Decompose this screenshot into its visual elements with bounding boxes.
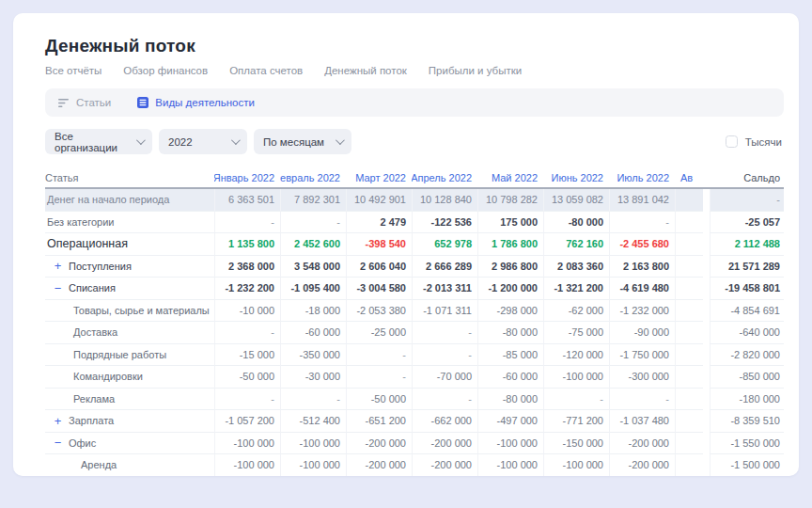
cell-value: -1 232 200 — [225, 282, 274, 294]
report-tab-4[interactable]: Денежный поток — [324, 65, 407, 76]
cell-value: -651 200 — [366, 415, 406, 426]
column-header-month-7[interactable]: Июль 2022 — [609, 167, 675, 187]
cell-value: -350 000 — [300, 349, 340, 360]
row-name-cell: Без категории — [45, 212, 214, 234]
gap — [703, 410, 710, 433]
table-row[interactable]: Доставка--60 000-25 000--80 000-75 000-9… — [45, 322, 784, 344]
column-header-month-6[interactable]: Июнь 2022 — [543, 167, 609, 187]
tab-activity-types[interactable]: Виды деятельности — [137, 97, 255, 108]
expand-plus-icon[interactable]: + — [53, 259, 63, 273]
row-name-cell: −Офис — [45, 433, 214, 455]
table-row[interactable]: Операционная1 135 8002 452 600-398 54065… — [45, 233, 784, 256]
value-cell: -512 400 — [280, 410, 346, 433]
cell-value: -25 057 — [745, 216, 780, 228]
table-row[interactable]: +Зарплата-1 057 200-512 400-651 200-662 … — [45, 410, 784, 433]
organization-select[interactable]: Все организации — [45, 129, 152, 154]
cell-value: -662 000 — [431, 415, 472, 426]
cell-value: 2 368 000 — [228, 261, 274, 272]
value-cell: -4 619 480 — [609, 278, 675, 300]
value-cell: -200 000 — [609, 454, 675, 476]
cell-value: -298 000 — [497, 305, 538, 316]
thousands-checkbox[interactable] — [726, 135, 738, 148]
cell-value: 2 606 040 — [360, 261, 406, 272]
value-cell: -2 013 311 — [412, 278, 477, 300]
value-cell: 13 891 042 — [609, 189, 675, 212]
value-cell: -651 200 — [346, 410, 412, 433]
gap — [703, 366, 710, 389]
table-row[interactable]: Аренда-100 000-100 000-200 000-200 000-1… — [45, 454, 784, 476]
saldo-cell: 21 571 289 — [710, 256, 784, 278]
value-cell — [675, 189, 703, 212]
column-header-month-3[interactable]: Март 2022 — [346, 167, 412, 187]
value-cell: -200 000 — [609, 433, 675, 455]
column-header-month-2[interactable]: Февраль 2022 — [280, 167, 346, 187]
value-cell: -15 000 — [214, 344, 280, 367]
saldo-cell: 2 112 488 — [710, 233, 784, 256]
gap — [703, 433, 710, 455]
table-row[interactable]: +Поступления2 368 0003 548 0002 606 0402… — [45, 256, 784, 278]
period-select-value: По месяцам — [263, 136, 324, 148]
expand-plus-icon[interactable]: + — [53, 414, 63, 428]
cell-value: - — [336, 393, 340, 405]
cell-value: -3 004 580 — [356, 282, 406, 294]
value-cell: -200 000 — [346, 433, 412, 455]
report-tab-1[interactable]: Все отчёты — [45, 65, 102, 76]
value-cell: -2 053 380 — [346, 300, 412, 323]
year-select[interactable]: 2022 — [159, 129, 247, 154]
value-cell: - — [214, 212, 280, 234]
cell-value: 2 112 488 — [735, 238, 780, 249]
value-cell: -200 000 — [412, 454, 477, 476]
value-cell: 2 606 040 — [346, 256, 412, 278]
gap — [703, 322, 710, 344]
period-select[interactable]: По месяцам — [254, 129, 351, 154]
table-header-row: СтатьяЯнварь 2022Февраль 2022Март 2022Ап… — [45, 167, 784, 189]
row-label: Подрядные работы — [73, 349, 166, 360]
table-row[interactable]: Реклама---50 000--80 000---180 000 — [45, 389, 784, 411]
value-cell: -1 232 200 — [214, 278, 280, 300]
table-row[interactable]: Подрядные работы-15 000-350 000---85 000… — [45, 344, 784, 367]
report-tabs: Все отчётыОбзор финансовОплата счетовДен… — [45, 65, 784, 76]
value-cell: -150 000 — [543, 433, 609, 455]
column-header-month-8[interactable]: Ав — [675, 167, 703, 187]
cell-value: - — [271, 326, 274, 338]
report-tab-2[interactable]: Обзор финансов — [123, 65, 208, 76]
cell-value: -200 000 — [431, 437, 472, 449]
tab-articles[interactable]: Статьи — [58, 97, 111, 108]
row-name-cell: Доставка — [45, 322, 214, 344]
cell-value: -200 000 — [629, 459, 669, 470]
cell-value: -100 000 — [563, 371, 603, 382]
cell-value: 10 492 901 — [354, 194, 406, 205]
row-label: Без категории — [47, 216, 114, 228]
column-header-month-4[interactable]: Апрель 2022 — [412, 167, 477, 187]
row-label: Офис — [69, 437, 96, 449]
collapse-minus-icon[interactable]: − — [53, 436, 63, 450]
cell-value: - — [271, 216, 274, 228]
cell-value: -2 820 000 — [730, 349, 780, 360]
table-row[interactable]: −Офис-100 000-100 000-200 000-200 000-10… — [45, 433, 784, 455]
table-row[interactable]: Денег на начало периода6 363 5017 892 30… — [45, 189, 784, 212]
chevron-down-icon — [336, 135, 345, 145]
tab-articles-label: Статьи — [76, 97, 111, 108]
value-cell — [675, 344, 703, 367]
value-cell: -75 000 — [543, 322, 609, 344]
cell-value: -771 200 — [563, 415, 603, 426]
value-cell: -100 000 — [477, 433, 543, 455]
cell-value: -80 000 — [503, 393, 538, 405]
value-cell: -200 000 — [412, 433, 477, 455]
column-header-month-5[interactable]: Май 2022 — [477, 167, 543, 187]
report-tab-3[interactable]: Оплата счетов — [229, 65, 303, 76]
value-cell: 2 986 800 — [477, 256, 543, 278]
value-cell: - — [609, 212, 675, 234]
column-header-month-1[interactable]: Январь 2022 — [214, 167, 280, 187]
value-cell — [675, 433, 703, 455]
value-cell: - — [609, 389, 675, 411]
table-row[interactable]: Командировки-50 000-30 000--70 000-60 00… — [45, 366, 784, 389]
cell-value: -4 619 480 — [619, 282, 669, 294]
table-row[interactable]: −Списания-1 232 200-1 095 400-3 004 580-… — [45, 278, 784, 300]
value-cell: 2 368 000 — [214, 256, 280, 278]
table-row[interactable]: Товары, сырье и материалы-10 000-18 000-… — [45, 300, 784, 323]
collapse-minus-icon[interactable]: − — [53, 281, 63, 295]
report-tab-5[interactable]: Прибыли и убытки — [429, 65, 522, 76]
table-row[interactable]: Без категории--2 479-122 536175 000-80 0… — [45, 212, 784, 234]
cell-value: -122 536 — [431, 216, 472, 228]
